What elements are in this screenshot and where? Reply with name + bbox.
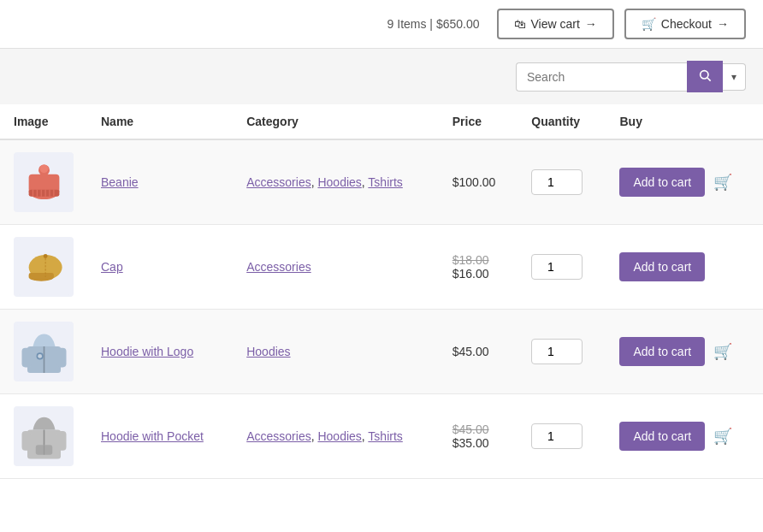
product-image-cap: [14, 237, 74, 297]
cart-summary: 9 Items | $650.00: [387, 17, 480, 31]
add-to-cart-button-beanie[interactable]: Add to cart: [619, 168, 705, 197]
product-image-hoodie-logo: [14, 322, 74, 381]
search-button[interactable]: [687, 61, 723, 92]
product-image-beanie: [14, 152, 74, 212]
col-quantity: Quantity: [518, 104, 606, 139]
table-row: Hoodie with PocketAccessories, Hoodies, …: [0, 394, 763, 479]
product-buy-cell-cap: Add to cart: [606, 225, 763, 310]
view-cart-button[interactable]: 🛍 View cart →: [497, 9, 614, 39]
product-image-cell-cap: [0, 225, 87, 310]
product-category-cell-cap: Accessories: [233, 225, 439, 310]
product-category-cell-hoodie-pocket: Accessories, Hoodies, Tshirts: [233, 394, 439, 479]
product-price-cell-hoodie-logo: $45.00: [439, 310, 518, 394]
add-to-cart-icon-hoodie-logo: 🛒: [713, 342, 732, 361]
price-sale-cap: $16.00: [452, 267, 505, 281]
svg-point-0: [701, 71, 708, 79]
col-category: Category: [233, 104, 439, 139]
view-cart-arrow: →: [585, 17, 597, 31]
svg-point-18: [43, 254, 47, 258]
category-link-hoodie-pocket-2[interactable]: Tshirts: [368, 429, 402, 443]
view-cart-label: View cart: [531, 17, 580, 31]
add-to-cart-icon-hoodie-pocket: 🛒: [713, 427, 732, 446]
add-to-cart-button-hoodie-logo[interactable]: Add to cart: [619, 337, 705, 366]
col-price: Price: [439, 104, 518, 139]
add-to-cart-button-hoodie-pocket[interactable]: Add to cart: [619, 422, 705, 451]
search-input[interactable]: [516, 62, 687, 92]
category-link-beanie-0[interactable]: Accessories: [246, 175, 311, 189]
svg-rect-29: [21, 431, 31, 451]
product-qty-cell-hoodie-logo: [518, 310, 606, 394]
product-name-link-hoodie-pocket[interactable]: Hoodie with Pocket: [101, 429, 204, 443]
product-table: Image Name Category Price Quantity Buy B…: [0, 104, 763, 479]
search-bar: ▾: [0, 49, 763, 104]
product-name-cell-hoodie-logo: Hoodie with Logo: [87, 310, 233, 394]
product-price-cell-beanie: $100.00: [439, 139, 518, 225]
add-to-cart-button-cap[interactable]: Add to cart: [619, 252, 705, 281]
cart-icon: 🛒: [642, 17, 656, 31]
table-header-row: Image Name Category Price Quantity Buy: [0, 104, 763, 139]
svg-line-1: [707, 78, 711, 81]
price-regular-beanie: $100.00: [452, 175, 505, 189]
product-name-cell-cap: Cap: [87, 225, 233, 310]
category-link-hoodie-pocket-1[interactable]: Hoodies: [317, 429, 361, 443]
product-price-cell-cap: $18.00$16.00: [439, 225, 518, 310]
product-image-hoodie-pocket: [14, 406, 74, 466]
product-name-cell-hoodie-pocket: Hoodie with Pocket: [87, 394, 233, 479]
search-dropdown-button[interactable]: ▾: [723, 63, 746, 91]
header-bar: 9 Items | $650.00 🛍 View cart → 🛒 Checko…: [0, 0, 763, 49]
product-buy-cell-hoodie-logo: Add to cart 🛒: [606, 310, 763, 394]
table-row: BeanieAccessories, Hoodies, Tshirts$100.…: [0, 139, 763, 225]
product-name-link-hoodie-logo[interactable]: Hoodie with Logo: [101, 345, 193, 358]
col-buy: Buy: [606, 104, 763, 139]
price-sale-hoodie-pocket: $35.00: [452, 436, 505, 450]
product-category-cell-hoodie-logo: Hoodies: [233, 310, 439, 394]
product-qty-cell-cap: [518, 225, 606, 310]
price-original-hoodie-pocket: $45.00: [452, 423, 505, 436]
category-link-beanie-2[interactable]: Tshirts: [368, 175, 402, 189]
product-image-cell-hoodie-logo: [0, 310, 87, 394]
product-price-cell-hoodie-pocket: $45.00$35.00: [439, 394, 518, 479]
price-original-cap: $18.00: [452, 253, 505, 267]
svg-point-13: [39, 164, 48, 173]
svg-rect-30: [56, 431, 66, 451]
checkout-arrow: →: [717, 17, 729, 31]
category-link-beanie-1[interactable]: Hoodies: [317, 175, 361, 189]
product-qty-cell-beanie: [518, 139, 606, 225]
add-to-cart-icon-beanie: 🛒: [713, 173, 732, 192]
table-row: Hoodie with LogoHoodies$45.00 Add to car…: [0, 310, 763, 394]
product-buy-cell-hoodie-pocket: Add to cart 🛒: [606, 394, 763, 479]
svg-point-26: [38, 353, 42, 358]
category-link-cap-0[interactable]: Accessories: [246, 260, 311, 274]
table-row: CapAccessories$18.00$16.00 Add to cart: [0, 225, 763, 310]
svg-rect-17: [28, 273, 53, 279]
product-name-cell-beanie: Beanie: [87, 139, 233, 225]
category-link-hoodie-pocket-0[interactable]: Accessories: [246, 429, 311, 443]
col-name: Name: [87, 104, 233, 139]
price-regular-hoodie-logo: $45.00: [452, 345, 505, 358]
search-icon: [698, 68, 712, 82]
category-link-hoodie-logo-0[interactable]: Hoodies: [246, 345, 290, 358]
col-image: Image: [0, 104, 87, 139]
chevron-down-icon: ▾: [731, 71, 736, 83]
product-name-link-cap[interactable]: Cap: [101, 260, 123, 274]
svg-rect-23: [56, 347, 66, 367]
cart-bag-icon: 🛍: [514, 17, 526, 31]
checkout-button[interactable]: 🛒 Checkout →: [624, 9, 746, 39]
quantity-input-hoodie-pocket[interactable]: [531, 423, 583, 449]
product-image-cell-beanie: [0, 139, 87, 225]
product-image-cell-hoodie-pocket: [0, 394, 87, 479]
product-qty-cell-hoodie-pocket: [518, 394, 606, 479]
product-category-cell-beanie: Accessories, Hoodies, Tshirts: [233, 139, 439, 225]
svg-rect-22: [21, 347, 31, 367]
quantity-input-cap[interactable]: [531, 254, 583, 280]
checkout-label: Checkout: [661, 17, 712, 31]
product-buy-cell-beanie: Add to cart 🛒: [606, 139, 763, 225]
product-name-link-beanie[interactable]: Beanie: [101, 175, 139, 189]
quantity-input-beanie[interactable]: [531, 169, 583, 195]
quantity-input-hoodie-logo[interactable]: [531, 339, 583, 364]
